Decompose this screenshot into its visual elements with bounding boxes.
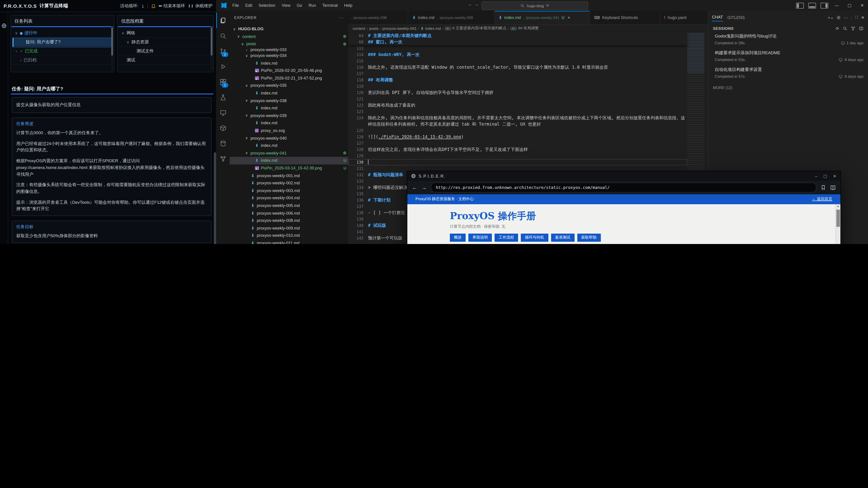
- segment-tree-item[interactable]: ∨静态资源: [119, 38, 212, 47]
- segment-tree-item[interactable]: 测试: [119, 56, 212, 65]
- code-line[interactable]: 116除此之外, 还发现这玩意不适配 Window 的 content_scal…: [348, 64, 687, 70]
- explorer-item-posts[interactable]: ∨posts: [230, 40, 348, 48]
- editor-tab-keyboard-shortcuts[interactable]: ⌨Keyboard Shortcuts: [590, 11, 660, 24]
- toggle-panel-icon[interactable]: [808, 2, 816, 8]
- bell-icon[interactable]: [151, 3, 156, 8]
- manual-nav-概述[interactable]: 概述: [450, 234, 466, 242]
- code-line[interactable]: 121: [348, 96, 687, 102]
- back-icon[interactable]: ←: [412, 184, 417, 191]
- explorer-item-proxyos-weekly-033[interactable]: ›proxyos-weekly-033: [230, 48, 348, 52]
- bookmark-icon[interactable]: [820, 185, 826, 190]
- close-button[interactable]: ✕: [856, 0, 868, 11]
- close-panel-icon[interactable]: ✕: [861, 15, 864, 20]
- explorer-item-index-md[interactable]: ⬇index.md: [230, 119, 348, 127]
- explorer-item-proxyos-weekly-009-md[interactable]: ⬇proxyos-weekly-009.md: [230, 224, 348, 232]
- segment-tree-item[interactable]: ∨网络: [119, 29, 212, 38]
- end-cycle-button[interactable]: ▸▸结束本循环: [159, 3, 185, 9]
- minimize-button[interactable]: —: [831, 0, 843, 11]
- code-line[interactable]: 126![](./PixPin_2026-03-14_15-42-39.png): [348, 134, 687, 140]
- menu-help[interactable]: Help: [341, 2, 355, 9]
- explorer-item-proxyos-weekly-039[interactable]: ∨proxyos-weekly-039: [230, 112, 348, 119]
- menu-go[interactable]: Go: [294, 2, 305, 9]
- explorer-item-proxyos-weekly-041[interactable]: ∨proxyos-weekly-041: [230, 149, 348, 157]
- remote-explorer-icon[interactable]: [216, 105, 230, 120]
- maximize-button[interactable]: ▢: [844, 0, 855, 11]
- code-line[interactable]: 113: [348, 45, 687, 52]
- sleep-button[interactable]: ❙❙休眠维护: [188, 3, 213, 9]
- toggle-sidebar-icon[interactable]: [796, 2, 804, 8]
- refresh-icon[interactable]: ⟳: [546, 4, 549, 8]
- menu-run[interactable]: Run: [306, 2, 319, 9]
- search-icon[interactable]: [843, 26, 847, 31]
- gear-icon[interactable]: [836, 15, 841, 20]
- code-line[interactable]: 114### Godot-WRY, 再一次: [348, 52, 687, 58]
- code-line[interactable]: 122因此将布局改成了垂直的: [348, 102, 687, 108]
- explorer-item-hugo-blog[interactable]: ∨HUGO-BLOG: [230, 25, 348, 33]
- manual-nav-获取帮助[interactable]: 获取帮助: [577, 234, 600, 242]
- task-tree-item[interactable]: 疑问: 用户去哪了?: [13, 38, 112, 47]
- toggle-secondary-sidebar-icon[interactable]: [820, 2, 828, 8]
- menu-file[interactable]: File: [230, 2, 242, 9]
- code-line[interactable]: 128但这样改完之后, 发现任务详情会在高DPI下水平空间不足, 于是又改成了下…: [348, 147, 687, 153]
- refresh-icon[interactable]: ⟳: [836, 26, 839, 31]
- tab-gitlens[interactable]: GITLENS: [727, 15, 745, 20]
- explorer-item-proxyos-weekly-038[interactable]: ∨proxyos-weekly-038: [230, 97, 348, 104]
- segment-tree-item[interactable]: 测试文件: [119, 47, 212, 56]
- forward-icon[interactable]: →: [421, 184, 427, 191]
- menu-view[interactable]: View: [279, 2, 293, 9]
- breadcrumb-item[interactable]: proxyos-weekly-041: [382, 26, 416, 31]
- explorer-item-proxyos-weekly-001-md[interactable]: ⬇proxyos-weekly-001.md: [230, 172, 348, 180]
- maximize-panel-icon[interactable]: ⛶: [855, 15, 858, 20]
- testing-icon[interactable]: [216, 90, 230, 105]
- code-line[interactable]: 123: [348, 108, 687, 115]
- explorer-item-content[interactable]: ∨content: [230, 33, 348, 40]
- code-line[interactable]: 129: [348, 153, 687, 159]
- globe-icon[interactable]: [1, 23, 6, 29]
- explorer-item-proxyos-weekly-010-md[interactable]: ⬇proxyos-weekly-010.md: [230, 232, 348, 239]
- database-icon[interactable]: [216, 135, 230, 151]
- code-line[interactable]: 119: [348, 83, 687, 90]
- task-tree-item[interactable]: ›✓已完成: [13, 47, 112, 56]
- maximize-button[interactable]: ▢: [823, 174, 828, 178]
- source-control-icon[interactable]: 2: [216, 43, 230, 59]
- explorer-item-index-md[interactable]: ⬇index.md: [230, 90, 348, 97]
- code-line[interactable]: 130: [348, 159, 687, 165]
- explorer-item-proxyos-weekly-040[interactable]: ∨proxyos-weekly-040: [230, 134, 348, 142]
- minimize-button[interactable]: –: [815, 174, 818, 178]
- search-icon[interactable]: [216, 28, 230, 43]
- code-line[interactable]: 120意识到在高 DPI 屏下, 自动缩放的字号会导致水平空间过于拥挤: [348, 90, 687, 96]
- menu-edit[interactable]: Edit: [243, 2, 255, 9]
- explorer-item-pixpin-2026-03-14-15-42-39-png[interactable]: PixPin_2026-03-14_15-42-39.pngU: [230, 164, 348, 172]
- chat-session-item[interactable]: 构建要求提示添加到项目READMECompleted in 53s.6 days…: [708, 49, 868, 63]
- url-bar[interactable]: http://res.proxied.from.unknown.architec…: [431, 183, 816, 193]
- history-back-icon[interactable]: ←: [468, 2, 472, 7]
- explorer-item-proxyos-weekly-006-md[interactable]: ⬇proxyos-weekly-006.md: [230, 209, 348, 217]
- explorer-item-proxyos-weekly-008-md[interactable]: ⬇proxyos-weekly-008.md: [230, 217, 348, 224]
- chat-session-item[interactable]: Godot鬼影问题的特性与bug讨论Completed in 28s.1 day…: [708, 33, 868, 46]
- code-line[interactable]: 125: [348, 127, 687, 134]
- explorer-item-proxyos-weekly-002-md[interactable]: ⬇proxyos-weekly-002.md: [230, 180, 348, 187]
- editor-tab-index-md[interactable]: ⬇index.md...\proxyos-weekly-039: [408, 11, 495, 24]
- explorer-item-proxyos-weekly-005-md[interactable]: ⬇proxyos-weekly-005.md: [230, 202, 348, 209]
- reading-list-icon[interactable]: [830, 185, 836, 191]
- code-line[interactable]: 115: [348, 58, 687, 64]
- breadcrumb-item[interactable]: content: [352, 26, 365, 31]
- breadcrumb-item[interactable]: # 主要进展内容/本期关键判断点: [452, 26, 506, 31]
- manual-nav-基准测试[interactable]: 基准测试: [551, 234, 575, 242]
- split-icon[interactable]: [859, 26, 864, 31]
- breadcrumbs[interactable]: content›posts›proxyos-weekly-041›⬇index.…: [348, 24, 708, 33]
- breadcrumb-item[interactable]: posts: [369, 26, 378, 31]
- task-tree-item[interactable]: ∨进行中: [13, 29, 112, 38]
- explorer-more-icon[interactable]: ···: [339, 15, 344, 20]
- manual-nav-界面说明[interactable]: 界面说明: [468, 234, 492, 242]
- scrollbar[interactable]: [214, 152, 216, 244]
- gitlens-icon[interactable]: [216, 151, 230, 166]
- manual-nav-工作流程[interactable]: 工作流程: [495, 234, 518, 242]
- explorer-item-index-md[interactable]: ⬇index.md: [230, 104, 348, 112]
- history-forward-icon[interactable]: →: [474, 2, 479, 7]
- explorer-item-proxyos-weekly-034[interactable]: ∨proxyos-weekly-034: [230, 52, 348, 59]
- explorer-item-proxy-os-svg[interactable]: proxy_os.svg: [230, 127, 348, 134]
- editor-tab-hugo-yaml[interactable]: !hugo.yaml: [660, 11, 715, 24]
- menu-terminal[interactable]: Terminal: [320, 2, 340, 9]
- explorer-item-proxyos-weekly-004-md[interactable]: ⬇proxyos-weekly-004.md: [230, 194, 348, 202]
